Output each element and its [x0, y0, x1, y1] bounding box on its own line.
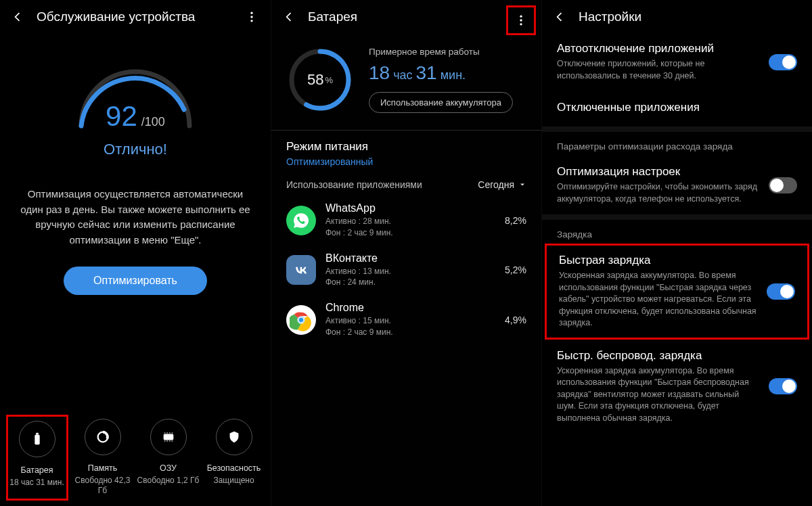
item-sub: Ускоренная зарядка аккумулятора. Во врем… [559, 270, 757, 329]
header: Настройки [542, 0, 812, 32]
vk-icon [286, 255, 316, 285]
svg-point-8 [520, 19, 522, 21]
toggle-switch[interactable] [769, 378, 797, 394]
app-name: WhatsApp [325, 202, 495, 214]
fast-charging-item[interactable]: Быстрая зарядка Ускоренная зарядка аккум… [547, 246, 807, 338]
item-title: Отключенные приложения [557, 101, 797, 114]
disabled-apps-item[interactable]: Отключенные приложения [542, 91, 812, 127]
score-status: Отлично! [104, 141, 167, 158]
header: Обслуживание устройства [0, 0, 271, 32]
estimate-label: Примерное время работы [369, 47, 526, 57]
svg-point-14 [298, 317, 304, 323]
app-row-vk[interactable]: ВКонтакте Активно : 13 мин. Фон : 24 мин… [271, 246, 541, 296]
security-label: Безопасность [207, 463, 261, 473]
device-care-screen: Обслуживание устройства 92/100 Отлично! … [0, 0, 271, 506]
header-title: Обслуживание устройства [37, 9, 231, 24]
battery-label: Батарея [20, 465, 53, 475]
app-bg: Фон : 24 мин. [325, 277, 495, 288]
power-mode-value: Оптимизированный [286, 156, 526, 167]
svg-point-7 [520, 16, 522, 18]
app-active: Активно : 28 мин. [325, 216, 495, 227]
header-title: Батарея [308, 9, 531, 24]
optimize-button[interactable]: Оптимизировать [64, 267, 207, 295]
storage-label: Память [88, 463, 118, 473]
back-icon[interactable] [282, 10, 296, 24]
app-row-whatsapp[interactable]: WhatsApp Активно : 28 мин. Фон : 2 час 9… [271, 196, 541, 246]
battery-percent: 58 [307, 71, 323, 89]
back-icon[interactable] [553, 10, 566, 24]
score-gauge: 92/100 Отлично! [0, 51, 271, 158]
score-max: /100 [141, 115, 165, 129]
toggle-switch[interactable] [767, 283, 795, 300]
svg-point-9 [520, 23, 522, 25]
storage-category[interactable]: Память Свободно 42,3 Гб [72, 415, 134, 501]
app-bg: Фон : 2 час 9 мин. [325, 327, 495, 338]
item-title: Оптимизация настроек [557, 165, 759, 179]
toggle-switch[interactable] [769, 54, 797, 70]
more-menu-highlight[interactable] [506, 5, 536, 35]
security-category[interactable]: Безопасность Защищено [203, 415, 265, 501]
item-title: Быстрая зарядка [559, 254, 757, 267]
settings-screen: Настройки Автоотключение приложений Откл… [541, 0, 812, 506]
item-sub: Оптимизируйте настройки, чтобы экономить… [557, 181, 759, 205]
optimization-description: Оптимизация осуществляется автоматически… [19, 187, 252, 248]
estimate-time: 18 час 31 мин. [369, 62, 526, 84]
chrome-icon [286, 305, 316, 335]
item-title: Быстр. беспровод. зарядка [557, 349, 759, 363]
app-active: Активно : 15 мин. [325, 315, 495, 327]
auto-disable-apps-item[interactable]: Автоотключение приложений Отключение при… [542, 32, 812, 91]
battery-category[interactable]: Батарея 18 час 31 мин. [6, 415, 68, 501]
app-bg: Фон : 2 час 9 мин. [325, 227, 495, 239]
power-mode-title: Режим питания [286, 140, 526, 154]
battery-ring: 58% [286, 46, 354, 114]
app-percent: 4,9% [505, 315, 526, 325]
fast-wireless-charging-item[interactable]: Быстр. беспровод. зарядка Ускоренная зар… [542, 340, 812, 434]
app-active: Активно : 13 мин. [325, 266, 495, 277]
battery-usage-button[interactable]: Использование аккумулятора [369, 92, 513, 113]
score-value: 92 [106, 100, 137, 132]
app-percent: 5,2% [505, 264, 526, 275]
battery-screen: Батарея 58% Примерное время работы 18 ча… [271, 0, 541, 506]
header-title: Настройки [579, 9, 801, 24]
storage-sub: Свободно 42,3 Гб [72, 476, 134, 497]
security-sub: Защищено [213, 476, 254, 486]
fast-charging-highlight: Быстрая зарядка Ускоренная зарядка аккум… [545, 244, 809, 340]
svg-rect-6 [164, 434, 173, 439]
more-icon[interactable] [244, 10, 260, 24]
app-usage-label: Использование приложениями [286, 179, 422, 190]
power-mode-section[interactable]: Режим питания Оптимизированный [271, 131, 541, 170]
today-dropdown[interactable]: Сегодня [478, 179, 526, 190]
svg-rect-4 [36, 433, 39, 435]
battery-icon [19, 421, 55, 457]
charging-section-header: Зарядка [542, 220, 812, 244]
svg-point-1 [250, 16, 252, 18]
battery-sub: 18 час 31 мин. [9, 478, 64, 488]
ram-sub: Свободно 1,2 Гб [137, 476, 200, 486]
ram-label: ОЗУ [160, 463, 177, 473]
svg-point-2 [250, 20, 252, 22]
optimization-section-header: Параметры оптимизации расхода заряда [542, 132, 812, 156]
app-name: Chrome [325, 302, 495, 314]
toggle-switch[interactable] [769, 177, 797, 193]
app-name: ВКонтакте [325, 252, 495, 264]
ram-category[interactable]: ОЗУ Свободно 1,2 Гб [137, 415, 200, 501]
svg-rect-3 [35, 434, 39, 444]
optimize-settings-item[interactable]: Оптимизация настроек Оптимизируйте настр… [542, 156, 812, 214]
back-icon[interactable] [11, 10, 24, 24]
item-title: Автоотключение приложений [557, 42, 759, 55]
app-row-chrome[interactable]: Chrome Активно : 15 мин. Фон : 2 час 9 м… [271, 295, 541, 345]
svg-point-0 [250, 12, 252, 14]
whatsapp-icon [286, 206, 316, 235]
item-sub: Отключение приложений, которые не исполь… [557, 58, 759, 82]
percent-unit: % [325, 75, 333, 85]
storage-icon [85, 419, 121, 455]
item-sub: Ускоренная зарядка аккумулятора. Во врем… [557, 365, 759, 425]
app-usage-header: Использование приложениями Сегодня [271, 170, 541, 196]
category-row: Батарея 18 час 31 мин. Память Свободно 4… [0, 415, 271, 501]
shield-icon [216, 419, 252, 455]
battery-summary: 58% Примерное время работы 18 час 31 мин… [271, 32, 541, 130]
ram-icon [150, 419, 187, 455]
app-percent: 8,2% [505, 215, 526, 226]
header: Батарея [271, 0, 541, 32]
